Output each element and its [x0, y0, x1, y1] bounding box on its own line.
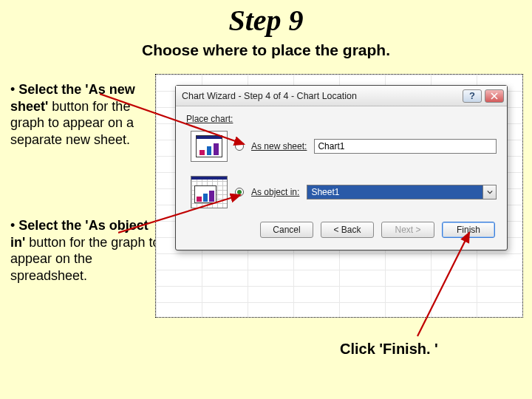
subtitle: Choose where to place the graph. — [0, 41, 532, 59]
option-new-sheet-row: As new sheet: — [191, 130, 497, 163]
instruction-1: • Select the 'As new sheet' button for t… — [10, 81, 158, 148]
chart-wizard-dialog: Chart Wizard - Step 4 of 4 - Chart Locat… — [175, 85, 508, 250]
back-button[interactable]: < Back — [321, 222, 374, 238]
radio-as-new-sheet[interactable] — [235, 142, 244, 151]
instruction-finish: Click 'Finish. ' — [340, 340, 438, 358]
next-button: Next > — [381, 222, 434, 238]
chart-object-icon — [191, 176, 228, 208]
place-chart-label: Place chart: — [186, 114, 497, 124]
dialog-title: Chart Wizard - Step 4 of 4 - Chart Locat… — [182, 91, 460, 101]
dialog-button-row: Cancel < Back Next > Finish — [186, 222, 497, 239]
radio-as-object-in-label: As object in: — [251, 187, 299, 197]
close-button[interactable] — [485, 89, 504, 103]
step-title: Step 9 — [0, 3, 532, 38]
object-sheet-dropdown[interactable]: Sheet1 — [307, 185, 497, 200]
chart-sheet-icon — [191, 131, 228, 162]
radio-as-object-in[interactable] — [235, 188, 244, 197]
object-sheet-value: Sheet1 — [307, 185, 482, 199]
dialog-body: Place chart: As new sheet: As object in:… — [176, 106, 507, 250]
spreadsheet-area: Chart Wizard - Step 4 of 4 - Chart Locat… — [155, 74, 523, 318]
finish-button[interactable]: Finish — [442, 222, 495, 238]
option-as-object-row: As object in: Sheet1 — [191, 176, 497, 208]
radio-as-new-sheet-label: As new sheet: — [251, 141, 307, 151]
close-icon — [491, 92, 498, 100]
chevron-down-icon — [482, 185, 496, 199]
dialog-titlebar: Chart Wizard - Step 4 of 4 - Chart Locat… — [176, 86, 507, 106]
help-button[interactable]: ? — [463, 89, 482, 103]
instruction-2: • Select the 'As object in' button for t… — [10, 217, 166, 284]
cancel-button[interactable]: Cancel — [260, 222, 313, 238]
new-sheet-name-input[interactable] — [314, 139, 497, 154]
